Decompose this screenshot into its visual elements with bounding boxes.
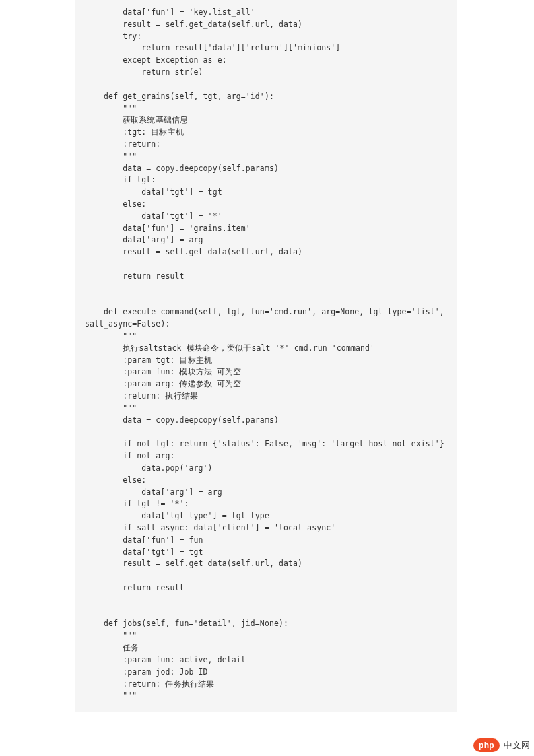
- code-block: data['fun'] = 'key.list_all' result = se…: [75, 0, 457, 712]
- site-badge: php 中文网: [473, 738, 530, 752]
- badge-pill: php: [473, 738, 500, 752]
- badge-text: 中文网: [504, 740, 530, 751]
